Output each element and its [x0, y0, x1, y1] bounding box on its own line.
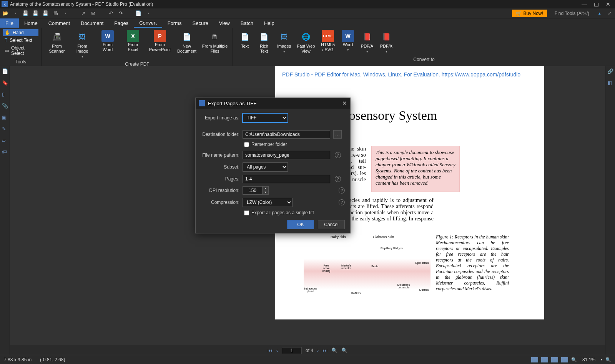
- remember-folder-checkbox[interactable]: [244, 142, 249, 147]
- bookmarks-panel-icon[interactable]: 🔖: [2, 80, 8, 86]
- open-dropdown-icon[interactable]: ▾: [12, 10, 18, 17]
- prev-page-button[interactable]: ‹: [276, 347, 278, 353]
- help-icon[interactable]: ?: [339, 199, 345, 205]
- signatures-panel-icon[interactable]: ✎: [2, 126, 8, 132]
- zoom-out-nav-icon[interactable]: 🔍: [331, 347, 337, 353]
- from-image-button[interactable]: 🖼From Image▾: [70, 29, 95, 59]
- print-dropdown-icon[interactable]: ▾: [62, 10, 68, 17]
- ok-button[interactable]: OK: [287, 220, 314, 229]
- tool-select-text[interactable]: TSelect Text: [3, 37, 38, 44]
- chevron-down-icon: ▾: [366, 50, 368, 53]
- undo-icon[interactable]: ↶: [108, 10, 114, 17]
- dialog-close-button[interactable]: ✕: [342, 100, 347, 107]
- current-page-input[interactable]: [282, 347, 302, 354]
- menu-view[interactable]: View: [214, 18, 235, 28]
- maximize-button[interactable]: ▢: [594, 1, 599, 7]
- menu-pages[interactable]: Pages: [109, 18, 134, 28]
- convert-fast-web-button[interactable]: 🌐Fast Web View: [294, 29, 317, 55]
- convert-word-button[interactable]: WWord▾: [338, 29, 357, 55]
- destination-folder-input[interactable]: [243, 130, 330, 139]
- from-word-button[interactable]: WFrom Word: [95, 29, 120, 59]
- export-format-select[interactable]: TIFF: [243, 113, 288, 122]
- first-page-button[interactable]: ⏮: [268, 347, 273, 353]
- send-icon[interactable]: ↗: [80, 10, 86, 17]
- redo-icon[interactable]: ↷: [118, 10, 124, 17]
- file-name-pattern-input[interactable]: [243, 151, 330, 159]
- subset-select[interactable]: All pages: [243, 162, 288, 172]
- document-icon[interactable]: 📄: [135, 10, 141, 17]
- save-icon[interactable]: 💾: [22, 10, 28, 17]
- zoom-in-nav-icon[interactable]: 🔍: [341, 347, 347, 353]
- properties-panel-icon[interactable]: ◧: [607, 80, 613, 86]
- help-icon[interactable]: ?: [335, 176, 341, 182]
- convert-pdfa-button[interactable]: 📕PDF/A▾: [357, 29, 377, 55]
- menu-forms[interactable]: Forms: [162, 18, 187, 28]
- help-icon[interactable]: ?: [335, 152, 341, 158]
- find-tools-input[interactable]: Find Tools (Alt+/): [551, 11, 593, 16]
- zoom-out-button[interactable]: 🔍: [571, 357, 577, 362]
- dpi-spinner[interactable]: ▲▼: [243, 186, 269, 195]
- cancel-button[interactable]: Cancel: [318, 220, 345, 229]
- ribbon-group-tools: ✋Hand TSelect Text ▭Object Select Tools: [0, 28, 42, 66]
- tags-panel-icon[interactable]: 🏷: [2, 149, 8, 155]
- zoom-dropdown-icon[interactable]: ▾: [601, 358, 602, 361]
- from-powerpoint-button[interactable]: PFrom PowerPoint: [146, 29, 174, 59]
- figure-1-caption: Figure 1: Receptors in the human skin: M…: [436, 234, 509, 296]
- menu-comment[interactable]: Comment: [43, 18, 75, 28]
- convert-images-button[interactable]: 🖼Images▾: [274, 29, 294, 55]
- menu-batch[interactable]: Batch: [235, 18, 259, 28]
- export-single-tiff-checkbox[interactable]: [244, 210, 249, 215]
- link-panel-icon[interactable]: 🔗: [607, 68, 613, 74]
- buy-now-button[interactable]: 🛒Buy Now!: [512, 10, 547, 17]
- pages-input[interactable]: [243, 175, 330, 183]
- dpi-input[interactable]: [243, 186, 263, 195]
- save-all-icon[interactable]: 💾: [42, 10, 48, 17]
- print-icon[interactable]: 🖶: [52, 10, 58, 17]
- open-icon[interactable]: 📂: [2, 10, 8, 17]
- next-page-button[interactable]: ›: [317, 347, 319, 353]
- view-facing-button[interactable]: [551, 357, 558, 362]
- from-scanner-button[interactable]: 📠From Scanner: [44, 29, 70, 59]
- compression-select[interactable]: LZW (Color): [243, 198, 293, 207]
- convert-html5-button[interactable]: HTMLHTML5 / SVG: [317, 29, 338, 55]
- close-button[interactable]: ✕: [606, 1, 610, 7]
- dpi-up-button[interactable]: ▲: [263, 187, 268, 190]
- last-page-button[interactable]: ⏭: [322, 347, 327, 353]
- view-facing-continuous-button[interactable]: [561, 357, 568, 362]
- destinations-panel-icon[interactable]: ▯: [2, 91, 8, 98]
- html5-icon: HTML: [322, 30, 334, 42]
- view-single-button[interactable]: [531, 357, 538, 362]
- menu-home[interactable]: Home: [19, 18, 43, 28]
- doc-dropdown-icon[interactable]: ▾: [145, 10, 151, 17]
- dialog-title: Export Pages as TIFF: [208, 101, 342, 106]
- minimize-button[interactable]: ―: [582, 1, 587, 7]
- from-multiple-files-button[interactable]: 🗎From Multiple Files: [199, 29, 230, 59]
- menu-document[interactable]: Document: [75, 18, 109, 28]
- layers-panel-icon[interactable]: ▣: [2, 114, 8, 121]
- collapse-ribbon-icon[interactable]: ▴: [597, 11, 602, 16]
- dpi-down-button[interactable]: ▼: [263, 190, 268, 194]
- tool-hand[interactable]: ✋Hand: [3, 29, 38, 36]
- email-icon[interactable]: ✉: [90, 10, 96, 17]
- zoom-in-button[interactable]: 🔍: [605, 357, 611, 362]
- figure-label-fne: Free nerve ending: [321, 264, 332, 272]
- view-continuous-button[interactable]: [541, 357, 548, 362]
- new-document-button[interactable]: 📄New Document: [174, 29, 199, 59]
- comments-panel-icon[interactable]: ▱: [2, 137, 8, 144]
- expand-icon[interactable]: ⤢: [606, 11, 613, 16]
- browse-folder-button[interactable]: …: [333, 130, 342, 139]
- menu-convert[interactable]: Convert: [134, 18, 162, 28]
- menu-help[interactable]: Help: [259, 18, 280, 28]
- attachments-panel-icon[interactable]: 📎: [2, 103, 8, 109]
- tool-object-select[interactable]: ▭Object Select: [3, 45, 38, 57]
- from-excel-button[interactable]: XFrom Excel: [120, 29, 146, 59]
- save-as-icon[interactable]: 💾: [32, 10, 38, 17]
- help-icon[interactable]: ?: [339, 187, 345, 194]
- convert-rich-text-button[interactable]: 📄Rich Text: [254, 29, 274, 55]
- convert-text-button[interactable]: 📄Text: [235, 29, 254, 55]
- menu-secure[interactable]: Secure: [187, 18, 214, 28]
- pages-panel-icon[interactable]: 📄: [2, 68, 8, 74]
- menu-file[interactable]: File: [0, 18, 19, 28]
- file-name-pattern-label: File name pattern:: [201, 152, 239, 158]
- convert-pdfx-button[interactable]: 📕PDF/X▾: [377, 29, 396, 55]
